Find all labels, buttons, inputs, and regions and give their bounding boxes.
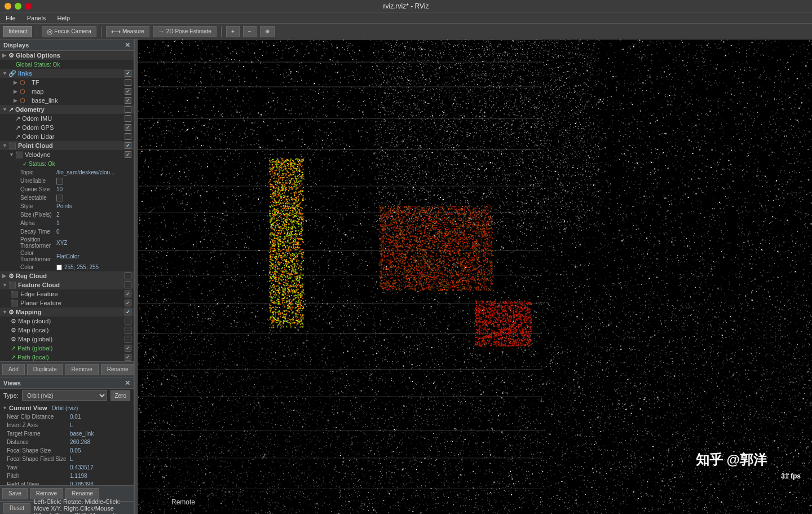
remote-label: Remote — [171, 498, 195, 506]
menu-bar: File Panels Help — [0, 12, 812, 24]
map-local-checkbox[interactable] — [125, 327, 131, 333]
interact-button[interactable]: Interact — [3, 26, 32, 37]
map-local-item[interactable]: ⚙ Map (local) — [0, 326, 134, 335]
focus-camera-button[interactable]: ◎ Focus Camera — [42, 26, 96, 37]
path-local-checkbox[interactable] — [125, 354, 131, 361]
rename-view-button[interactable]: Rename — [65, 488, 99, 499]
pose-estimate-button[interactable]: → 2D Pose Estimate — [153, 26, 217, 37]
velodyne-icon: ⬛ — [15, 151, 23, 159]
views-scroll[interactable]: ▼ Current View Orbit (rviz) Near Clip Di… — [0, 402, 134, 485]
displays-scroll[interactable]: ▶ ⚙ Global Options Global Status: Ok ▼ 🔗… — [0, 51, 134, 361]
maximize-button[interactable] — [15, 3, 21, 10]
map-cloud-item[interactable]: ⚙ Map (cloud) — [0, 317, 134, 326]
color-swatch[interactable] — [56, 265, 62, 270]
views-type-select[interactable]: Orbit (rviz) — [22, 390, 108, 401]
remove-point-button[interactable]: − — [243, 26, 257, 37]
pointcloud-icon: ⬛ — [8, 142, 16, 150]
edge-feature-icon: ⬛ — [11, 291, 19, 298]
remove-display-button[interactable]: Remove — [65, 364, 99, 375]
odom-imu-checkbox[interactable] — [125, 115, 131, 122]
odom-imu-item[interactable]: ↗ Odom IMU — [0, 114, 134, 123]
menu-panels[interactable]: Panels — [25, 14, 48, 23]
feature-cloud-section[interactable]: ▼ ⬛ Feature Cloud — [0, 280, 134, 289]
path-local-item[interactable]: ↗ Path (local) — [0, 353, 134, 361]
selectable-checkbox[interactable] — [56, 195, 63, 201]
feature-cloud-arrow: ▼ — [2, 282, 7, 288]
map-global-item[interactable]: ⚙ Map (global) — [0, 335, 134, 344]
target-frame-prop: Target Frame base_link — [0, 429, 134, 438]
current-view-header: ▼ Current View Orbit (rviz) — [0, 403, 134, 412]
odom-gps-checkbox[interactable] — [125, 124, 131, 131]
close-button[interactable] — [25, 3, 32, 10]
focus-icon: ◎ — [47, 28, 52, 36]
remove-view-button[interactable]: Remove — [30, 488, 63, 499]
title-bar: rviz.rviz* - RViz — [0, 0, 812, 12]
links-section[interactable]: ▼ 🔗 links — [0, 69, 134, 78]
edge-feature-item[interactable]: ⬛ Edge Feature — [0, 289, 134, 298]
viewport[interactable]: 31 fps 知乎 @郭洋 Remote — [138, 39, 812, 514]
feature-cloud-checkbox[interactable] — [125, 282, 131, 288]
fov-prop: Field of View 0.785398 — [0, 480, 134, 485]
near-clip-prop: Near Clip Distance 0.01 — [0, 412, 134, 421]
color-prop: Color 255; 255; 255 — [0, 263, 134, 271]
focal-shape-size-prop: Focal Shape Size 0.05 — [0, 446, 134, 455]
links-icon: 🔗 — [8, 70, 16, 77]
odometry-section[interactable]: ▼ ↗ Odometry — [0, 105, 134, 114]
map-global-checkbox[interactable] — [125, 336, 131, 342]
tf-item[interactable]: ▶ ⬡ TF — [0, 78, 134, 87]
displays-close-button[interactable]: ✕ — [125, 41, 130, 49]
path-global-item[interactable]: ↗ Path (global) — [0, 344, 134, 353]
pointcloud-checkbox[interactable] — [125, 142, 131, 149]
toolbar: Interact ◎ Focus Camera ⟷ Measure → 2D P… — [0, 24, 812, 39]
save-view-button[interactable]: Save — [2, 488, 28, 499]
pitch-prop: Pitch 1.1198 — [0, 472, 134, 480]
minimize-button[interactable] — [5, 3, 11, 10]
zero-button[interactable]: Zero — [111, 390, 130, 401]
mapping-checkbox[interactable] — [125, 309, 131, 315]
tf-arrow: ▶ — [14, 80, 18, 85]
display-panel-buttons: Add Duplicate Remove Rename — [0, 361, 134, 377]
global-options-section[interactable]: ▶ ⚙ Global Options — [0, 51, 134, 60]
pointcloud-section[interactable]: ▼ ⬛ Point Cloud — [0, 141, 134, 150]
map-item[interactable]: ▶ ⬡ map — [0, 87, 134, 96]
measure-button[interactable]: ⟷ Measure — [106, 26, 149, 37]
reg-cloud-checkbox[interactable] — [125, 273, 131, 279]
add-display-button[interactable]: Add — [2, 364, 25, 375]
path-global-checkbox[interactable] — [125, 345, 131, 352]
color-transformer-prop: Color Transformer FlatColor — [0, 249, 134, 263]
planar-feature-checkbox[interactable] — [125, 300, 131, 306]
edge-feature-checkbox[interactable] — [125, 291, 131, 297]
views-type-label: Type: — [3, 392, 19, 399]
unreliable-checkbox[interactable] — [56, 178, 63, 184]
odom-lidar-item[interactable]: ↗ Odom Lidar — [0, 132, 134, 141]
odom-lidar-checkbox[interactable] — [125, 133, 131, 140]
odom-gps-icon: ↗ — [15, 124, 20, 131]
reg-cloud-section[interactable]: ▶ ⚙ Reg Cloud — [0, 271, 134, 280]
velodyne-checkbox[interactable] — [125, 151, 131, 158]
gear-icon: ⚙ — [8, 52, 14, 59]
velodyne-status-item: ✓ Status: Ok — [0, 159, 134, 168]
rename-display-button[interactable]: Rename — [101, 364, 135, 375]
planar-feature-item[interactable]: ⬛ Planar Feature — [0, 298, 134, 307]
tf-checkbox[interactable] — [125, 79, 131, 86]
add-point-button[interactable]: + — [226, 26, 240, 37]
links-arrow: ▼ — [2, 71, 7, 76]
displays-header: Displays ✕ — [0, 39, 134, 51]
reset-button[interactable]: Reset — [3, 503, 30, 513]
odometry-checkbox[interactable] — [125, 106, 131, 113]
map-cloud-checkbox[interactable] — [125, 318, 131, 324]
base-link-checkbox[interactable] — [125, 97, 131, 104]
mapping-section[interactable]: ▼ ⚙ Mapping — [0, 307, 134, 317]
odom-gps-item[interactable]: ↗ Odom GPS — [0, 123, 134, 132]
base-link-item[interactable]: ▶ ⬡ base_link — [0, 96, 134, 105]
map-checkbox[interactable] — [125, 88, 131, 95]
menu-file[interactable]: File — [3, 14, 18, 23]
duplicate-display-button[interactable]: Duplicate — [27, 364, 63, 375]
views-close-button[interactable]: ✕ — [125, 379, 130, 387]
menu-help[interactable]: Help — [55, 14, 72, 23]
views-type-row: Type: Orbit (rviz) Zero — [0, 389, 134, 402]
status-hint: Left-Click: Rotate. Middle-Click: Move X… — [34, 498, 130, 515]
move-button[interactable]: ⊕ — [260, 26, 275, 37]
velodyne-item[interactable]: ▼ ⬛ Velodyne — [0, 150, 134, 159]
links-checkbox[interactable] — [125, 70, 131, 77]
